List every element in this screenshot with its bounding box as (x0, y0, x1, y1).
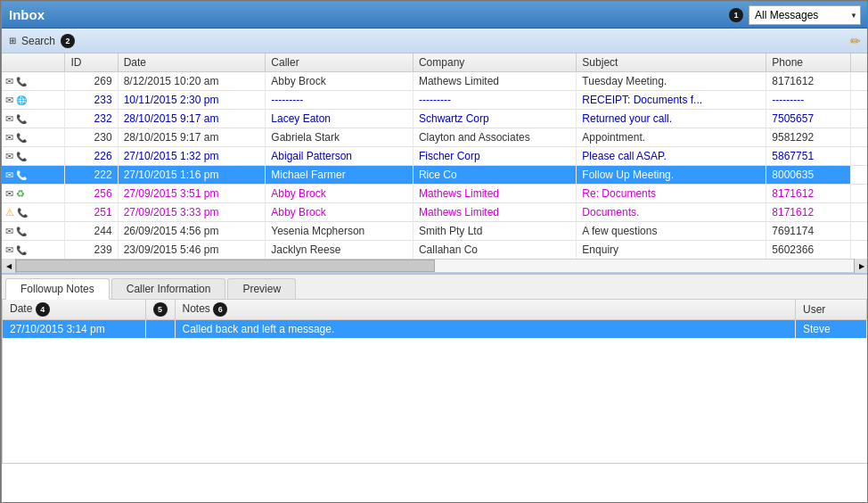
cell-id: 226 (65, 147, 118, 166)
notes-empty-space (3, 338, 867, 463)
title-bar-right: 1 All Messages Unread Messages Read Mess… (729, 5, 861, 25)
notes-cell-empty (145, 320, 175, 339)
table-row[interactable]: ✉📞23923/09/2015 5:46 pmJacklyn ReeseCall… (2, 241, 868, 260)
phone-icon: 📞 (16, 77, 27, 87)
icon-cell: ⚠📞 (2, 203, 65, 222)
table-row[interactable]: ⚠📞25127/09/2015 3:33 pmAbby BrockMathews… (2, 203, 868, 222)
cell-company: Mathews Limited (413, 203, 576, 222)
table-row[interactable]: ✉📞23028/10/2015 9:17 amGabriela StarkCla… (2, 128, 868, 147)
cell-company: --------- (413, 91, 576, 110)
notes-row[interactable]: 27/10/2015 3:14 pmCalled back and left a… (3, 320, 867, 339)
col-subject[interactable]: Subject (577, 54, 766, 72)
email-icon: ✉ (5, 188, 13, 200)
cell-phone: --------- (766, 91, 851, 110)
phone-icon: 📞 (16, 114, 27, 124)
table-row[interactable]: ✉♻25627/09/2015 3:51 pmAbby BrockMathews… (2, 185, 868, 203)
phone-icon: 📞 (16, 133, 27, 143)
app-title: Inbox (9, 7, 45, 22)
cell-date: 23/09/2015 5:46 pm (118, 241, 266, 260)
scroll-left-btn[interactable]: ◀ (2, 259, 16, 273)
recycle-icon: ♻ (16, 188, 25, 200)
notes-col-user[interactable]: User (796, 300, 867, 320)
cell-date: 8/12/2015 10:20 am (118, 72, 266, 91)
icon-cell: ✉📞 (2, 128, 65, 147)
cell-date: 10/11/2015 2:30 pm (118, 91, 266, 110)
pencil-icon[interactable]: ✏ (850, 34, 861, 48)
notes-col-date[interactable]: Date 4 (3, 300, 145, 320)
icon-cell: ✉🌐 (2, 91, 65, 110)
search-expand-icon[interactable]: ⊞ (9, 36, 16, 45)
notes-table-body: 27/10/2015 3:14 pmCalled back and left a… (3, 320, 867, 339)
cell-phone: 8171612 (766, 185, 851, 203)
cell-phone: 5867751 (766, 147, 851, 166)
icon-cell: ✉📞 (2, 147, 65, 166)
cell-date: 27/09/2015 3:33 pm (118, 203, 266, 222)
cell-id: 239 (65, 241, 118, 260)
email-icon: ✉ (5, 226, 13, 237)
cell-subject: Documents. (577, 203, 766, 222)
phone-icon: 📞 (16, 170, 27, 180)
cell-subject: A few questions (577, 222, 766, 241)
search-bar: ⊞ Search 2 ✏ (2, 29, 868, 54)
cell-date: 27/10/2015 1:16 pm (118, 166, 266, 185)
cell-id: 230 (65, 128, 118, 147)
cell-subject: Please call ASAP. (577, 147, 766, 166)
table-row[interactable]: ✉📞23228/10/2015 9:17 amLacey EatonSchwar… (2, 110, 868, 128)
cell-phone: 9581292 (766, 128, 851, 147)
cell-phone: 8000635 (766, 166, 851, 185)
email-icon: ✉ (5, 95, 13, 106)
cell-company: Schwartz Corp (413, 110, 576, 128)
table-row[interactable]: ✉📞24426/09/2015 4:56 pmYesenia Mcpherson… (2, 222, 868, 241)
message-filter-select[interactable]: All Messages Unread Messages Read Messag… (749, 5, 861, 25)
cell-subject: Follow Up Meeting. (577, 166, 766, 185)
col-caller[interactable]: Caller (266, 54, 414, 72)
icon-cell: ✉📞 (2, 222, 65, 241)
cell-company: Callahan Co (413, 241, 576, 260)
table-header-row: ID Date Caller Company Subject Phone (2, 54, 868, 72)
tab-caller-information[interactable]: Caller Information (111, 278, 226, 299)
icon-cell: ✉📞 (2, 166, 65, 185)
tab-preview[interactable]: Preview (227, 278, 296, 299)
table-row[interactable]: ✉📞2698/12/2015 10:20 amAbby BrockMathews… (2, 72, 868, 91)
cell-caller: Lacey Eaton (266, 110, 414, 128)
cell-company: Clayton and Associates (413, 128, 576, 147)
title-bar: Inbox 1 All Messages Unread Messages Rea… (2, 2, 868, 29)
cell-company: Rice Co (413, 166, 576, 185)
globe-icon: 🌐 (16, 95, 27, 105)
cell-company: Fischer Corp (413, 147, 576, 166)
tab-followup-notes[interactable]: Followup Notes (5, 278, 110, 300)
notes-cell-user: Steve (796, 320, 867, 339)
cell-date: 26/09/2015 4:56 pm (118, 222, 266, 241)
col-id[interactable]: ID (65, 54, 118, 72)
cell-subject: Returned your call. (577, 110, 766, 128)
phone-icon: 📞 (16, 152, 27, 161)
search-label[interactable]: Search (21, 35, 55, 47)
icon-cell: ✉📞 (2, 241, 65, 260)
scroll-thumb-h (16, 260, 435, 272)
message-filter-dropdown[interactable]: All Messages Unread Messages Read Messag… (749, 5, 861, 25)
tabs-container: Followup Notes Caller Information Previe… (2, 273, 868, 464)
inbox-table-container[interactable]: ID Date Caller Company Subject Phone ✉📞2… (2, 54, 868, 259)
cell-id: 244 (65, 222, 118, 241)
scroll-right-btn[interactable]: ▶ (854, 259, 868, 273)
horizontal-scrollbar[interactable]: ◀ ▶ (2, 259, 868, 273)
cell-subject: Appointment. (577, 128, 766, 147)
cell-caller: Abby Brock (266, 203, 414, 222)
badge-4: 4 (36, 302, 50, 317)
email-icon: ✉ (5, 244, 13, 256)
table-row[interactable]: ✉🌐23310/11/2015 2:30 pm-----------------… (2, 91, 868, 110)
cell-subject: Enquiry (577, 241, 766, 260)
cell-id: 233 (65, 91, 118, 110)
notes-col-notes[interactable]: Notes 6 (175, 300, 796, 320)
col-phone[interactable]: Phone (766, 54, 851, 72)
badge-6: 6 (213, 302, 227, 317)
badge-1: 1 (729, 8, 743, 22)
col-company[interactable]: Company (413, 54, 576, 72)
col-icons (2, 54, 65, 72)
table-row[interactable]: ✉📞22627/10/2015 1:32 pmAbigail Patterson… (2, 147, 868, 166)
notes-table: Date 4 5 Notes 6 User (3, 300, 867, 338)
cell-caller: Yesenia Mcpherson (266, 222, 414, 241)
col-date[interactable]: Date (118, 54, 266, 72)
table-row[interactable]: ✉📞22227/10/2015 1:16 pmMichael FarmerRic… (2, 166, 868, 185)
cell-phone: 5602366 (766, 241, 851, 260)
